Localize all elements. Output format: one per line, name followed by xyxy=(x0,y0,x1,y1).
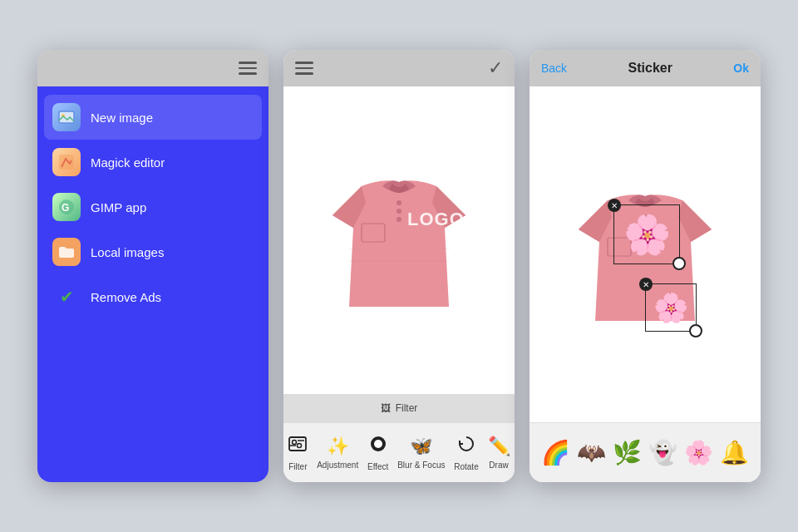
sidebar-item-local-images[interactable]: Local images xyxy=(37,229,268,274)
new-image-label: New image xyxy=(91,111,153,125)
hamburger-icon[interactable] xyxy=(239,62,257,75)
sticker-box-2[interactable]: ✕ 🌸 xyxy=(645,283,697,332)
sticker-close-2[interactable]: ✕ xyxy=(639,278,653,291)
hamburger-icon-2[interactable] xyxy=(295,62,313,75)
sticker-bat[interactable]: 🦇 xyxy=(577,439,606,466)
sidebar-item-gimp-app[interactable]: G GIMP app xyxy=(37,185,268,229)
sticker-ghost[interactable]: 👻 xyxy=(648,439,677,466)
svg-text:G: G xyxy=(62,202,69,214)
magick-editor-label: Magick editor xyxy=(91,155,165,170)
remove-ads-label: Remove Ads xyxy=(91,290,161,304)
screens-container: New image Magick editor G GIMP app Local… xyxy=(21,33,777,499)
sticker-tray: 🌈 🦇 🌿 👻 🌸 🔔 xyxy=(530,422,761,482)
filter-icon xyxy=(288,434,308,459)
tool-draw[interactable]: ✏️ Draw xyxy=(488,436,510,470)
check-button[interactable]: ✓ xyxy=(488,57,503,79)
sticker-close-1[interactable]: ✕ xyxy=(608,199,621,212)
sticker-flower-2: 🌸 xyxy=(646,284,696,331)
filter-strip[interactable]: 🖼 Filter xyxy=(283,394,515,422)
filter-label: Filter xyxy=(288,462,307,471)
screen1-header xyxy=(37,50,268,86)
tool-adjustment[interactable]: ✨ Adjustment xyxy=(317,436,358,470)
screen2-editor: ✓ xyxy=(283,50,515,482)
magick-editor-icon xyxy=(52,148,81,176)
sticker-box-1[interactable]: ✕ 🌸 xyxy=(613,204,680,264)
ok-button[interactable]: Ok xyxy=(733,62,749,75)
remove-ads-icon: ✔ xyxy=(52,283,81,311)
sticker-tshirt-container: ✕ 🌸 ✕ 🌸 xyxy=(562,155,728,354)
sticker-flower-1: 🌸 xyxy=(614,205,679,264)
filter-strip-label: Filter xyxy=(396,402,418,414)
svg-rect-0 xyxy=(59,111,74,123)
back-button[interactable]: Back xyxy=(541,62,567,75)
sticker-bell[interactable]: 🔔 xyxy=(720,439,749,466)
blur-focus-label: Blur & Focus xyxy=(397,461,445,470)
screen3-sticker: Back Sticker Ok ✕ xyxy=(530,50,761,482)
svg-rect-3 xyxy=(59,155,74,170)
sticker-rainbow[interactable]: 🌈 xyxy=(541,439,570,466)
screen2-header: ✓ xyxy=(283,50,515,86)
rotate-label: Rotate xyxy=(454,462,478,471)
sidebar-item-remove-ads[interactable]: ✔ Remove Ads xyxy=(37,274,268,319)
draw-label: Draw xyxy=(489,461,508,470)
screen2-toolbar: Filter ✨ Adjustment Effect 🦋 Blur & Focu… xyxy=(283,422,515,482)
sidebar-item-new-image[interactable]: New image xyxy=(44,95,262,140)
sticker-resize-2[interactable] xyxy=(689,324,702,337)
svg-point-6 xyxy=(397,200,401,205)
svg-point-20 xyxy=(374,440,382,448)
sticker-holly[interactable]: 🌿 xyxy=(613,439,642,466)
screen3-header: Back Sticker Ok xyxy=(530,50,761,86)
svg-point-18 xyxy=(298,444,302,448)
gimp-app-icon: G xyxy=(52,193,81,221)
editor-canvas: LOGO xyxy=(283,86,515,394)
draw-icon: ✏️ xyxy=(488,436,510,457)
svg-point-8 xyxy=(397,217,401,222)
local-images-icon xyxy=(52,238,81,266)
shirt-logo-text: LOGO xyxy=(407,209,465,230)
tool-rotate[interactable]: Rotate xyxy=(454,434,478,471)
adjustment-label: Adjustment xyxy=(317,461,358,470)
sidebar-item-magick-editor[interactable]: Magick editor xyxy=(37,140,268,185)
screen1-body: New image Magick editor G GIMP app Local… xyxy=(37,86,268,482)
sticker-resize-1[interactable] xyxy=(672,257,686,270)
effect-icon xyxy=(368,434,388,459)
tool-blur-focus[interactable]: 🦋 Blur & Focus xyxy=(397,436,445,470)
sticker-title: Sticker xyxy=(628,61,672,76)
tshirt-preview: LOGO xyxy=(316,140,482,340)
rotate-icon xyxy=(456,434,476,459)
gimp-app-label: GIMP app xyxy=(91,200,146,214)
effect-label: Effect xyxy=(367,462,388,471)
tool-filter[interactable]: Filter xyxy=(288,434,308,471)
screen1-menu: New image Magick editor G GIMP app Local… xyxy=(37,50,268,482)
sticker-cherry[interactable]: 🌸 xyxy=(684,439,713,466)
local-images-label: Local images xyxy=(91,245,164,259)
tool-effect[interactable]: Effect xyxy=(367,434,388,471)
svg-point-15 xyxy=(293,441,297,445)
new-image-icon xyxy=(52,103,81,131)
blur-focus-icon: 🦋 xyxy=(410,436,432,457)
adjustment-icon: ✨ xyxy=(327,436,349,457)
sticker-canvas: ✕ 🌸 ✕ 🌸 xyxy=(530,86,761,422)
svg-point-7 xyxy=(397,209,401,214)
